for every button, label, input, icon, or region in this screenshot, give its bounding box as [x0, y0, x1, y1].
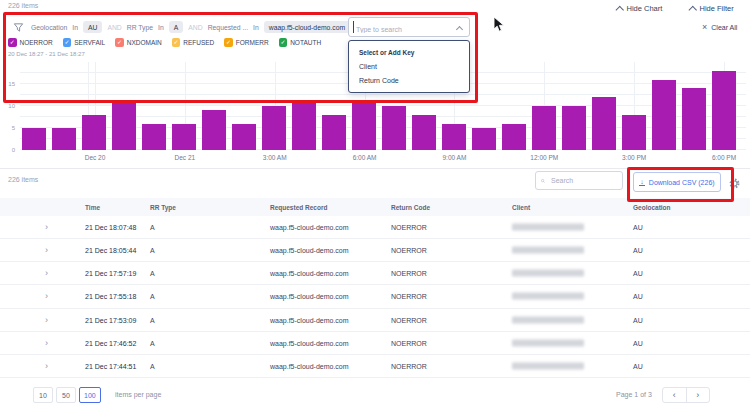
- y-axis-tick: 15: [0, 81, 15, 87]
- cell-time: 21 Dec 17:55:18: [85, 293, 136, 300]
- chart-bar[interactable]: [532, 106, 556, 150]
- table-row[interactable]: ›21 Dec 18:05:44Awaap.f5-cloud-demo.comN…: [0, 239, 750, 262]
- legend-item-servfail[interactable]: ✓SERVFAIL: [63, 38, 105, 47]
- table-row[interactable]: ›21 Dec 17:55:18Awaap.f5-cloud-demo.comN…: [0, 285, 750, 308]
- x-axis-tick: 12:00 PM: [514, 154, 574, 161]
- chart-bar[interactable]: [322, 115, 346, 150]
- chart-bar[interactable]: [22, 128, 46, 150]
- table-row[interactable]: ›21 Dec 18:07:48Awaap.f5-cloud-demo.comN…: [0, 216, 750, 239]
- previous-page-button[interactable]: ‹: [663, 388, 687, 402]
- clear-all-button[interactable]: × Clear All: [702, 24, 737, 31]
- cell-geolocation: AU: [633, 247, 643, 254]
- table-header: Time RR Type Requested Record Return Cod…: [0, 198, 750, 216]
- row-expand-chevron-icon[interactable]: ›: [45, 361, 48, 371]
- hide-chart-button[interactable]: Hide Chart: [617, 4, 662, 13]
- legend-item-notauth[interactable]: ✓NOTAUTH: [279, 38, 321, 47]
- row-expand-chevron-icon[interactable]: ›: [45, 222, 48, 232]
- cell-return-code: NOERROR: [391, 339, 427, 346]
- chart-bar[interactable]: [52, 128, 76, 150]
- chart-bar[interactable]: [262, 106, 286, 150]
- page-size-10[interactable]: 10: [33, 387, 53, 403]
- dropdown-option-return-code[interactable]: Return Code: [349, 73, 469, 87]
- filter-value-pill[interactable]: AU: [83, 21, 102, 33]
- page-size-group: 1050100: [33, 387, 101, 403]
- table-row[interactable]: ›21 Dec 17:53:09Awaap.f5-cloud-demo.comN…: [0, 309, 750, 332]
- row-expand-chevron-icon[interactable]: ›: [45, 245, 48, 255]
- chart-bar[interactable]: [652, 80, 676, 150]
- chart-bar[interactable]: [292, 102, 316, 150]
- row-expand-chevron-icon[interactable]: ›: [45, 291, 48, 301]
- x-axis-tick: 3:00 PM: [604, 154, 664, 161]
- checkbox-checked-icon[interactable]: ✓: [279, 38, 288, 47]
- row-expand-chevron-icon[interactable]: ›: [45, 268, 48, 278]
- chart-bar[interactable]: [472, 128, 496, 150]
- row-expand-chevron-icon[interactable]: ›: [45, 338, 48, 348]
- table-search-wrap[interactable]: [535, 171, 623, 190]
- filter-conjunction: AND: [107, 24, 121, 31]
- pager: ‹ ›: [662, 387, 710, 403]
- chart-bar[interactable]: [232, 124, 256, 150]
- legend-item-nxdomain[interactable]: ✓NXDOMAIN: [115, 38, 162, 47]
- checkbox-checked-icon[interactable]: ✓: [115, 38, 124, 47]
- chart-bar[interactable]: [592, 97, 616, 150]
- legend-item-formerr[interactable]: ✓FORMERR: [224, 38, 268, 47]
- dropdown-option-client[interactable]: Client: [349, 59, 469, 73]
- chart-bar[interactable]: [562, 106, 586, 150]
- chart-bar[interactable]: [82, 115, 106, 150]
- chart-bar[interactable]: [142, 124, 166, 150]
- key-search-input-wrap[interactable]: [348, 17, 470, 37]
- x-axis-tick: 9:00 AM: [424, 154, 484, 161]
- column-header-client: Client: [512, 204, 530, 211]
- gear-icon[interactable]: [729, 175, 740, 193]
- chart-bar[interactable]: [622, 115, 646, 150]
- mouse-cursor: [493, 16, 505, 37]
- cell-time: 21 Dec 18:07:48: [85, 224, 136, 231]
- column-header-geolocation: Geolocation: [633, 204, 671, 211]
- page-size-100[interactable]: 100: [79, 387, 101, 403]
- checkbox-checked-icon[interactable]: ✓: [224, 38, 233, 47]
- chart-bar[interactable]: [502, 124, 526, 150]
- filter-field-label: RR Type: [127, 24, 153, 31]
- chart-bar[interactable]: [172, 124, 196, 150]
- legend-item-refused[interactable]: ✓REFUSED: [172, 38, 215, 47]
- table-search-input[interactable]: [549, 176, 617, 185]
- items-per-page-label: items per page: [115, 391, 161, 398]
- column-header-requested-record: Requested Record: [270, 204, 327, 211]
- chart-bar[interactable]: [412, 115, 436, 150]
- checkbox-checked-icon[interactable]: ✓: [8, 38, 17, 47]
- filter-value-pill[interactable]: A: [169, 21, 184, 33]
- cell-requested-record: waap.f5-cloud-demo.com: [270, 293, 349, 300]
- chart-bar[interactable]: [112, 102, 136, 150]
- client-redacted-value: [512, 293, 584, 300]
- legend-label: SERVFAIL: [74, 39, 105, 46]
- legend-item-noerror[interactable]: ✓NOERROR: [8, 38, 53, 47]
- chart-bar[interactable]: [352, 102, 376, 150]
- cell-rr-type: A: [150, 224, 155, 231]
- chevron-up-icon[interactable]: [456, 25, 463, 32]
- client-redacted-value: [512, 339, 584, 346]
- chart-bar[interactable]: [382, 106, 406, 150]
- clear-all-label: Clear All: [711, 24, 737, 31]
- table-row[interactable]: ›21 Dec 17:57:19Awaap.f5-cloud-demo.comN…: [0, 262, 750, 285]
- chart-bar[interactable]: [442, 124, 466, 150]
- download-csv-button[interactable]: ↓ Download CSV (226): [633, 172, 721, 192]
- table-row[interactable]: ›21 Dec 17:44:51Awaap.f5-cloud-demo.comN…: [0, 355, 750, 378]
- hide-filter-button[interactable]: Hide Filter: [690, 4, 734, 13]
- filter-operator: In: [72, 24, 78, 31]
- hide-filter-label: Hide Filter: [700, 4, 734, 13]
- page-size-50[interactable]: 50: [56, 387, 76, 403]
- checkbox-checked-icon[interactable]: ✓: [63, 38, 72, 47]
- next-page-button[interactable]: ›: [687, 388, 710, 402]
- section-divider: [0, 168, 750, 169]
- row-expand-chevron-icon[interactable]: ›: [45, 315, 48, 325]
- close-icon: ×: [702, 24, 707, 31]
- chart-bar[interactable]: [682, 88, 706, 150]
- checkbox-checked-icon[interactable]: ✓: [172, 38, 181, 47]
- text-caret: [353, 21, 354, 33]
- key-search-input[interactable]: [349, 21, 456, 39]
- table-row[interactable]: ›21 Dec 17:46:52Awaap.f5-cloud-demo.comN…: [0, 332, 750, 355]
- chart-bar[interactable]: [712, 71, 736, 150]
- cell-return-code: NOERROR: [391, 247, 427, 254]
- chart-bar[interactable]: [202, 110, 226, 150]
- filter-value-pill[interactable]: waap.f5-cloud-demo.com: [264, 21, 350, 33]
